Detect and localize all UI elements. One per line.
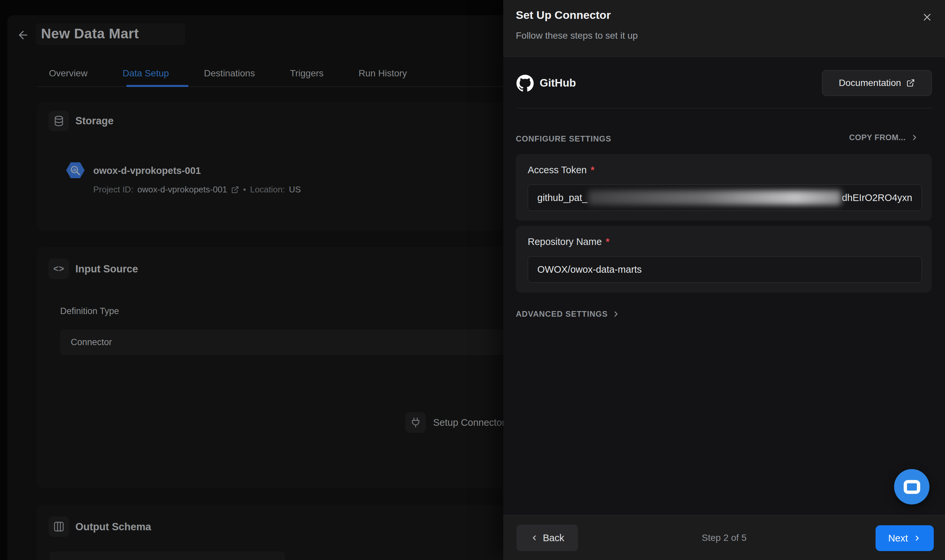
repository-name-card: Repository Name * OWOX/owox-data-marts	[516, 226, 932, 292]
repository-name-input[interactable]: OWOX/owox-data-marts	[528, 256, 922, 283]
drawer-footer: Step 2 of 5 Back Next	[503, 515, 945, 560]
repository-name-label: Repository Name	[528, 236, 602, 247]
advanced-settings-toggle[interactable]: ADVANCED SETTINGS	[516, 309, 620, 318]
drawer-header: Set Up Connector Follow these steps to s…	[503, 0, 945, 57]
next-button[interactable]: Next	[876, 525, 934, 551]
required-asterisk: *	[591, 165, 594, 175]
back-button[interactable]: Back	[517, 525, 578, 551]
access-token-input[interactable]: github_pat_ dhEIrO2RO4yxn	[528, 185, 922, 211]
chat-widget-button[interactable]	[894, 469, 930, 505]
configure-settings-label: CONFIGURE SETTINGS	[516, 134, 611, 143]
connector-name: GitHub	[540, 77, 576, 89]
copy-from-label: COPY FROM...	[849, 133, 906, 142]
external-link-icon	[906, 78, 915, 87]
documentation-button[interactable]: Documentation	[822, 70, 932, 96]
close-icon[interactable]	[918, 8, 936, 26]
access-token-card: Access Token * github_pat_ dhEIrO2RO4yxn	[516, 154, 932, 221]
next-button-label: Next	[888, 533, 908, 544]
chevron-right-icon	[913, 534, 921, 542]
setup-connector-drawer: Set Up Connector Follow these steps to s…	[503, 0, 945, 560]
redacted-token-blur	[588, 191, 842, 205]
documentation-label: Documentation	[839, 78, 901, 88]
chat-widget-logo-icon	[903, 480, 920, 494]
repository-name-value: OWOX/owox-data-marts	[537, 264, 642, 275]
access-token-prefix: github_pat_	[537, 192, 588, 203]
drawer-title: Set Up Connector	[516, 9, 611, 22]
access-token-suffix: dhEIrO2RO4yxn	[842, 192, 912, 203]
copy-from-button[interactable]: COPY FROM...	[849, 133, 919, 142]
chevron-right-icon	[910, 133, 919, 142]
required-asterisk: *	[606, 236, 609, 247]
github-logo-icon	[517, 75, 534, 92]
repository-name-label-row: Repository Name *	[528, 236, 609, 247]
advanced-settings-label: ADVANCED SETTINGS	[516, 309, 608, 318]
divider	[516, 108, 933, 108]
chevron-right-icon	[612, 310, 620, 318]
access-token-label-row: Access Token *	[528, 165, 594, 175]
chevron-left-icon	[530, 534, 538, 542]
back-button-label: Back	[543, 532, 564, 543]
drawer-subtitle: Follow these steps to set it up	[516, 31, 638, 41]
access-token-label: Access Token	[528, 165, 586, 175]
